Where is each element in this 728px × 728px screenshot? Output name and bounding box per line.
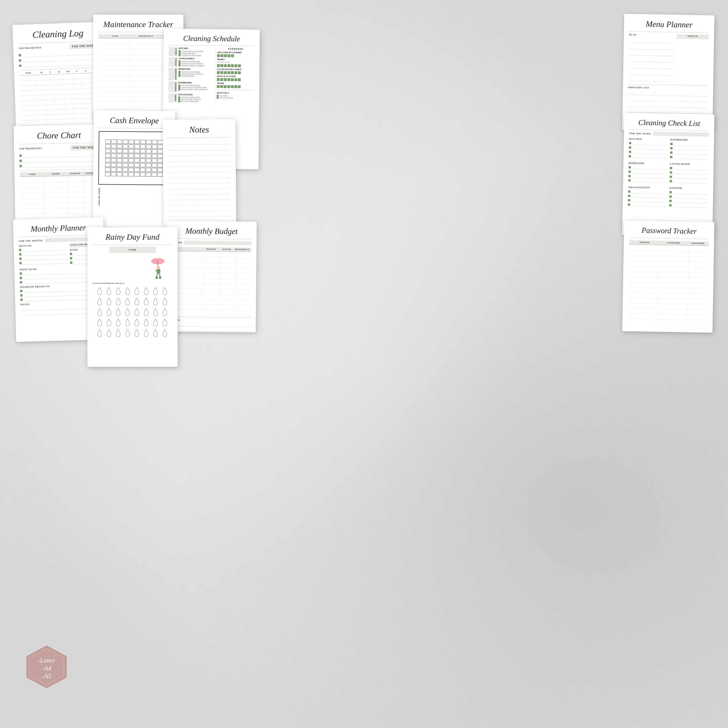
checklist-living-room: LIVING ROOM xyxy=(670,162,708,166)
grocery-list-label: GROCERY LIST xyxy=(628,86,708,90)
checklist-kitchen: KITCHEN xyxy=(629,138,667,141)
monthly-budget-title: Monthly Budget xyxy=(171,226,251,236)
cash-envelope-title: Cash Envelope xyxy=(99,116,170,125)
task-col-header: TASK xyxy=(19,72,37,75)
day-s: S xyxy=(81,70,90,72)
svg-text:-A5: -A5 xyxy=(42,672,51,680)
wednesday-label: WEDNESDAY xyxy=(168,68,177,80)
plan-label: PLAN xyxy=(629,34,674,37)
svg-text:-A4: -A4 xyxy=(42,665,51,672)
rainy-day-title: Rainy Day Fund xyxy=(93,232,172,242)
password-tracker-card: Password Tracker WEBSITE USERNAME PASSWO… xyxy=(622,220,714,333)
menu-planner-title: Menu Planner xyxy=(629,19,710,30)
budget-rows: for(let i=0;i<12;i++){ document.write('<… xyxy=(171,252,251,316)
cleaning-log-title: Cleaning Log xyxy=(18,27,98,41)
checklist-random: RANDOM xyxy=(670,187,708,190)
svg-text:-Letter: -Letter xyxy=(38,657,55,664)
password-rows: for(let i=0;i<14;i++){ document.write('<… xyxy=(627,245,708,320)
checklist-title: Cleaning Check List xyxy=(629,118,709,128)
save-by-date-label: SAVE BY DATE xyxy=(98,188,101,206)
pw-password-col: PASSWORD xyxy=(688,242,708,245)
rainy-day-illustration xyxy=(149,255,167,281)
each-raindrop-label: EACH RAINDROP EQUALS xyxy=(93,282,172,284)
checklist-bedrooms: BEDROOMS xyxy=(629,162,667,165)
svg-point-6 xyxy=(156,277,158,279)
everyday-header: EVERYDAY xyxy=(217,47,254,50)
day-t: T xyxy=(46,71,55,74)
cleaning-log-rows: for(let i=0;i<10;i++){ document.write('<… xyxy=(20,74,101,125)
budget-actual-col: ACTUAL xyxy=(219,248,234,251)
svg-point-3 xyxy=(157,266,160,269)
for-the-month-label: FOR THE MONTH xyxy=(18,239,43,242)
raindrops-grid: for(let i=0;i<40;i++){ document.write('<… xyxy=(93,287,172,338)
bathrooms-label: BATHROOMS xyxy=(178,81,213,84)
pw-website-col: WEBSITE xyxy=(630,241,659,244)
monthly-budget-card: Monthly Budget MONTH BUDGET ACTUAL DIFFE… xyxy=(165,221,257,333)
pw-username-col: USERNAME xyxy=(659,242,688,244)
checklist-organization: ORGANIZATION xyxy=(628,186,667,189)
badge-container: -Letter -A4 -A5 xyxy=(23,644,70,690)
dishes-section: DISHES xyxy=(217,58,254,61)
checklist-for-the-week: FOR THE WEEK xyxy=(629,132,651,135)
halls-label: HALLS/ENTRY xyxy=(178,93,213,96)
svg-point-7 xyxy=(159,277,161,279)
fund-label: FUND xyxy=(129,249,136,251)
kitchen-label: KITCHEN xyxy=(179,47,213,50)
chore-chore-col: CHORE xyxy=(44,173,67,175)
sunday-label: SUNDAY xyxy=(168,47,177,56)
trash-section: TRASH xyxy=(217,82,254,85)
checklist-bathrooms: BATHROOMS xyxy=(670,138,709,142)
maint-freq-col: FREQUENCY xyxy=(130,35,161,37)
day-th: Th xyxy=(63,70,72,73)
menu-plan-rows: for(let i=0;i<7;i++){ document.write('<d… xyxy=(628,37,674,82)
chore-chart-title: Chore Chart xyxy=(19,130,99,141)
day-m: M xyxy=(37,71,46,74)
chore-name-col: NAME xyxy=(21,173,44,176)
pickup-section: PICK-UP CLUTTER xyxy=(217,75,254,78)
budget-budget-col: BUDGET xyxy=(203,248,219,251)
friday-label: FRIDAY xyxy=(168,93,177,102)
budget-notes-label: NOTES xyxy=(171,319,251,322)
living-label: LIVING/FAMILY xyxy=(179,57,213,60)
password-title: Password Tracker xyxy=(629,226,709,236)
cleaning-schedule-title: Cleaning Schedule xyxy=(169,34,254,44)
thursday-label: THURSDAY xyxy=(168,81,177,92)
laundry-section: ONE LOAD OF LAUNDRY xyxy=(217,51,254,54)
rainy-day-card: Rainy Day Fund FUND EACH RAINDROP EQUAL xyxy=(87,227,177,367)
notes-lines: for(let i=0;i<18;i++){ document.write('<… xyxy=(168,139,231,230)
day-w: W xyxy=(55,71,64,73)
monthly-planner-title: Monthly Planner xyxy=(18,222,98,234)
tuesday-label: TUESDAY xyxy=(168,57,177,67)
maintenance-title: Maintenance Tracker xyxy=(98,20,178,29)
must-do-label: MUST DO xyxy=(19,243,67,247)
chore-started-col: STARTED xyxy=(67,172,83,175)
notes-title: Notes xyxy=(168,124,230,135)
chore-top-priorities: TOP PRIORITIES xyxy=(19,147,42,150)
badge-svg: -Letter -A4 -A5 xyxy=(23,644,70,690)
cleaning-checklist-card: Cleaning Check List FOR THE WEEK KITCHEN… xyxy=(622,113,714,237)
budget-diff-col: DIFFERENCE xyxy=(235,248,250,251)
bedrooms-label: BEDROOMS xyxy=(179,68,213,70)
monthly-header: MONTHLY xyxy=(217,92,254,94)
week-of-label: WEEK OF xyxy=(677,34,709,38)
maint-task-col: TASK xyxy=(99,35,130,37)
clean-kitchen-section: CLEAN KITCHEN TABLE xyxy=(217,68,254,71)
notes-card: Notes for(let i=0;i<18;i++){ document.wr… xyxy=(162,119,236,230)
top-priorities-label: TOP PRIORITIES xyxy=(18,46,41,50)
day-f: F xyxy=(72,70,81,72)
